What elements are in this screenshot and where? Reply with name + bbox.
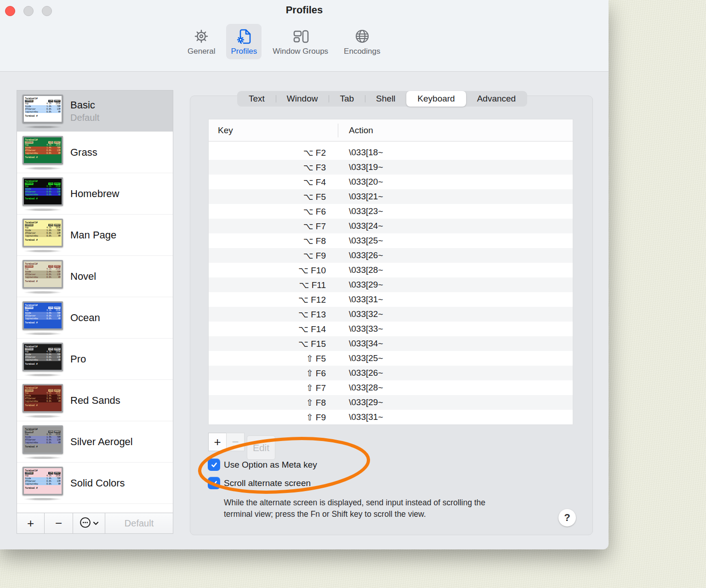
table-row[interactable]: ⇧ F6\033[26~ bbox=[209, 366, 573, 380]
toolbar-item-profiles[interactable]: Profiles bbox=[226, 24, 262, 59]
thumbnail-shadow bbox=[23, 126, 62, 128]
profile-row-man-page[interactable]: Terminal1#COMMAND%CPURPRVTtop4.1%231KXco… bbox=[17, 215, 173, 256]
mini-terminal-chip: RPRVT bbox=[54, 472, 60, 475]
table-row[interactable]: ⌥ F3\033[19~ bbox=[209, 160, 573, 175]
tab-text[interactable]: Text bbox=[238, 91, 276, 107]
mini-terminal-chip: COMMAND bbox=[25, 224, 34, 226]
key-mappings-table: Key Action ⌥ F2\033[18~⌥ F3\033[19~⌥ F4\… bbox=[208, 119, 573, 425]
mini-terminal-header: COMMAND%CPURPRVT bbox=[25, 431, 61, 433]
more-actions-button[interactable] bbox=[73, 513, 105, 533]
table-row[interactable]: ⌥ F10\033[28~ bbox=[209, 263, 573, 277]
mini-terminal: Terminal1#COMMAND%CPURPRVTtop4.1%231KXco… bbox=[24, 220, 62, 246]
action-cell: \033[31~ bbox=[338, 412, 383, 422]
profile-name: Basic bbox=[70, 99, 99, 111]
thumbnail-shadow bbox=[23, 374, 62, 376]
table-row[interactable]: ⌥ F6\033[23~ bbox=[209, 204, 573, 219]
profile-row-ocean[interactable]: Terminal1#COMMAND%CPURPRVTtop4.1%231KXco… bbox=[17, 297, 173, 339]
add-key-mapping-button[interactable]: + bbox=[208, 433, 227, 451]
window-groups-icon bbox=[291, 28, 310, 45]
table-row[interactable]: ⌥ F11\033[29~ bbox=[209, 277, 573, 292]
tab-tab[interactable]: Tab bbox=[329, 91, 365, 107]
tab-keyboard[interactable]: Keyboard bbox=[406, 91, 466, 107]
mini-terminal-chip: %CPU bbox=[48, 224, 53, 226]
mini-terminal-chip: %CPU bbox=[48, 183, 53, 185]
profile-label: Red Sands bbox=[70, 380, 120, 421]
checkbox[interactable] bbox=[208, 477, 220, 489]
toolbar-item-general[interactable]: General bbox=[183, 24, 220, 59]
action-cell: \033[19~ bbox=[338, 162, 383, 172]
profile-row-pro[interactable]: Terminal1#COMMAND%CPURPRVTtop4.1%231KXco… bbox=[17, 339, 173, 380]
remove-profile-button[interactable]: − bbox=[45, 513, 73, 533]
table-row[interactable]: ⌥ F8\033[25~ bbox=[209, 233, 573, 248]
profile-row-grass[interactable]: Terminal1#COMMAND%CPURPRVTtop4.1%231KXco… bbox=[17, 132, 173, 173]
checkbox[interactable] bbox=[208, 458, 220, 471]
remove-key-mapping-button[interactable]: − bbox=[226, 433, 245, 451]
table-row[interactable]: ⌥ F5\033[21~ bbox=[209, 189, 573, 204]
tab-advanced[interactable]: Advanced bbox=[466, 91, 527, 107]
action-cell: \033[32~ bbox=[338, 309, 383, 319]
table-row[interactable]: ⌥ F7\033[24~ bbox=[209, 219, 573, 233]
profile-name: Homebrew bbox=[70, 188, 119, 200]
checkbox-label: Scroll alternate screen bbox=[224, 478, 311, 488]
mini-terminal-chip: %CPU bbox=[48, 431, 53, 433]
mini-terminal-title: Terminal1# bbox=[25, 138, 61, 141]
profile-name: Red Sands bbox=[70, 395, 120, 407]
table-row[interactable]: ⌥ F2\033[18~ bbox=[209, 145, 573, 160]
mini-terminal-prompt: Terminal # bbox=[25, 238, 61, 241]
mini-terminal: Terminal1#COMMAND%CPURPRVTtop4.1%231KXco… bbox=[24, 261, 62, 287]
action-cell: \033[25~ bbox=[338, 236, 383, 246]
profile-label: Ocean bbox=[70, 297, 100, 338]
mini-terminal: Terminal1#COMMAND%CPURPRVTtop4.1%231KXco… bbox=[24, 427, 62, 452]
profile-row-homebrew[interactable]: Terminal1#COMMAND%CPURPRVTtop4.1%231KXco… bbox=[17, 173, 173, 215]
default-button[interactable]: Default bbox=[105, 513, 173, 533]
checkbox-row-scroll-alternate-screen[interactable]: Scroll alternate screen bbox=[208, 477, 311, 489]
table-row[interactable]: ⌥ F12\033[31~ bbox=[209, 292, 573, 307]
profile-row-solid-colors[interactable]: Terminal1#COMMAND%CPURPRVTtop4.1%231KXco… bbox=[17, 463, 173, 504]
profile-name: Pro bbox=[70, 353, 86, 365]
profile-row-silver-aerogel[interactable]: Terminal1#COMMAND%CPURPRVTtop4.1%231KXco… bbox=[17, 421, 173, 463]
table-row[interactable]: ⌥ F4\033[20~ bbox=[209, 175, 573, 189]
mini-terminal-header: COMMAND%CPURPRVT bbox=[25, 224, 61, 226]
window-title: Profiles bbox=[0, 4, 609, 16]
table-row[interactable]: ⌥ F9\033[26~ bbox=[209, 248, 573, 263]
mini-terminal-title: Terminal1# bbox=[25, 469, 61, 472]
mini-terminal-prompt: Terminal # bbox=[25, 197, 61, 200]
key-cell: ⇧ F8 bbox=[209, 397, 338, 408]
table-row[interactable]: ⌥ F13\033[32~ bbox=[209, 307, 573, 322]
edit-key-mapping-button[interactable]: Edit bbox=[247, 435, 275, 460]
column-divider[interactable] bbox=[338, 124, 338, 137]
mini-terminal-header: COMMAND%CPURPRVT bbox=[25, 141, 61, 144]
mini-terminal: Terminal1#COMMAND%CPURPRVTtop4.1%231KXco… bbox=[24, 344, 62, 370]
table-row[interactable]: ⇧ F5\033[25~ bbox=[209, 351, 573, 366]
mini-terminal: Terminal1#COMMAND%CPURPRVTtop4.1%231KXco… bbox=[24, 96, 62, 122]
mini-terminal-row: loginwindow0.0%4M bbox=[25, 400, 61, 402]
table-row[interactable]: ⇧ F7\033[28~ bbox=[209, 380, 573, 395]
profile-name: Novel bbox=[70, 271, 96, 283]
thumbnail-shadow bbox=[23, 457, 62, 459]
toolbar-item-window-groups[interactable]: Window Groups bbox=[268, 24, 333, 59]
mini-terminal-chip: RPRVT bbox=[54, 183, 60, 185]
mini-terminal-header: COMMAND%CPURPRVT bbox=[25, 266, 61, 268]
table-row[interactable]: ⇧ F8\033[29~ bbox=[209, 395, 573, 410]
mini-terminal-chip: COMMAND bbox=[25, 266, 34, 268]
profile-thumbnail: Terminal1#COMMAND%CPURPRVTtop4.1%231KXco… bbox=[23, 343, 63, 371]
add-profile-button[interactable]: + bbox=[17, 513, 45, 533]
action-cell: \033[33~ bbox=[338, 324, 383, 334]
profile-row-red-sands[interactable]: Terminal1#COMMAND%CPURPRVTtop4.1%231KXco… bbox=[17, 380, 173, 421]
alternate-screen-help-text: While the alternate screen is displayed,… bbox=[224, 497, 535, 520]
tab-window[interactable]: Window bbox=[276, 91, 329, 107]
key-cell: ⌥ F11 bbox=[209, 280, 338, 290]
table-row[interactable]: ⌥ F14\033[33~ bbox=[209, 322, 573, 336]
mini-terminal-chip: %CPU bbox=[48, 141, 53, 144]
key-cell: ⌥ F4 bbox=[209, 177, 338, 187]
tab-shell[interactable]: Shell bbox=[365, 91, 406, 107]
help-button[interactable]: ? bbox=[558, 509, 576, 526]
profile-row-basic[interactable]: Terminal1#COMMAND%CPURPRVTtop4.1%231KXco… bbox=[17, 90, 173, 132]
toolbar-item-encodings[interactable]: Encodings bbox=[339, 24, 385, 59]
profile-row-novel[interactable]: Terminal1#COMMAND%CPURPRVTtop4.1%231KXco… bbox=[17, 256, 173, 297]
table-row[interactable]: ⇧ F9\033[31~ bbox=[209, 410, 573, 424]
table-row[interactable]: ⌥ F15\033[34~ bbox=[209, 336, 573, 351]
checkbox-row-use-option-as-meta-key[interactable]: Use Option as Meta key bbox=[208, 458, 317, 471]
mini-terminal-chip: COMMAND bbox=[25, 307, 34, 309]
mini-terminal-prompt: Terminal # bbox=[25, 156, 61, 158]
